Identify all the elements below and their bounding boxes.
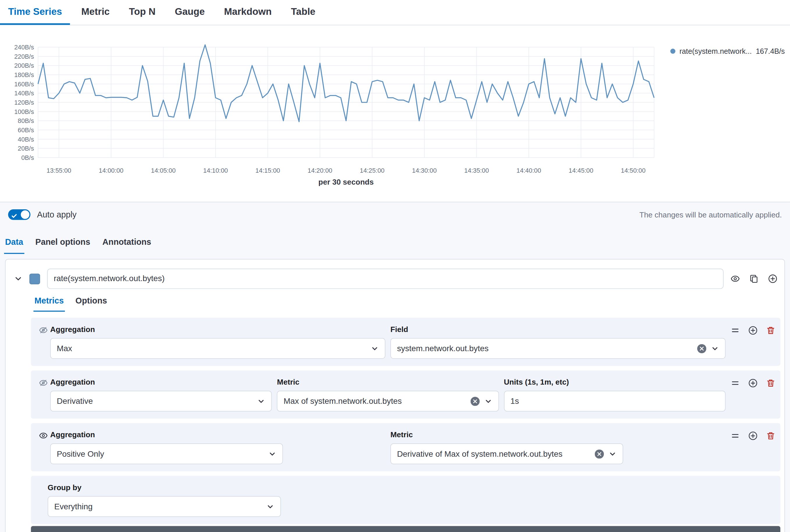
metric-label: Metric xyxy=(277,378,499,386)
trash-icon[interactable] xyxy=(766,431,775,440)
aggregation-label: Aggregation xyxy=(50,325,385,334)
chart-interval-note: per 30 seconds xyxy=(318,178,374,186)
trash-icon[interactable] xyxy=(766,379,775,387)
chevron-down-icon xyxy=(484,397,492,405)
svg-text:14:20:00: 14:20:00 xyxy=(308,167,332,174)
svg-text:14:35:00: 14:35:00 xyxy=(464,167,489,174)
series-color-dot-icon xyxy=(670,49,675,54)
metric-combobox[interactable]: Derivative of Max of system.network.out.… xyxy=(390,443,623,464)
aggregation-select[interactable]: Max xyxy=(50,338,385,359)
aggregation-row: AggregationPositive OnlyMetricDerivative… xyxy=(31,423,780,472)
drag-handle-icon[interactable] xyxy=(731,379,740,387)
tab-options[interactable]: Options xyxy=(74,296,108,312)
eye-icon xyxy=(39,430,50,464)
tab-time-series[interactable]: Time Series xyxy=(0,0,70,25)
group-by-value: Everything xyxy=(54,502,267,511)
eye-icon[interactable] xyxy=(731,274,740,283)
metric-combobox[interactable]: Max of system.network.out.bytes xyxy=(277,391,499,411)
aggregation-select[interactable]: Positive Only xyxy=(50,443,283,464)
svg-text:14:45:00: 14:45:00 xyxy=(569,167,593,174)
tab-gauge[interactable]: Gauge xyxy=(167,0,213,25)
tab-table[interactable]: Table xyxy=(283,0,324,25)
aggregation-row-actions xyxy=(731,379,775,387)
aggregation-row-actions xyxy=(731,431,775,440)
svg-text:14:30:00: 14:30:00 xyxy=(412,167,437,174)
svg-text:14:50:00: 14:50:00 xyxy=(621,167,646,174)
svg-text:220B/s: 220B/s xyxy=(14,53,34,60)
svg-text:20B/s: 20B/s xyxy=(18,145,34,152)
svg-text:14:05:00: 14:05:00 xyxy=(151,167,176,174)
svg-text:14:00:00: 14:00:00 xyxy=(99,167,124,174)
svg-text:180B/s: 180B/s xyxy=(14,71,34,78)
copy-icon[interactable] xyxy=(749,274,758,283)
control-value: 1s xyxy=(511,397,719,405)
chevron-down-icon[interactable] xyxy=(14,275,22,283)
field-combobox[interactable]: system.network.out.bytes xyxy=(390,338,725,359)
aggregation-rows: AggregationMaxFieldsystem.network.out.by… xyxy=(31,318,780,471)
drag-handle-icon[interactable] xyxy=(731,326,740,335)
cross-in-circle-icon[interactable] xyxy=(470,397,479,405)
svg-text:0B/s: 0B/s xyxy=(21,154,34,162)
aggregation-row-actions xyxy=(731,326,775,335)
control-value: Derivative of Max of system.network.out.… xyxy=(397,449,595,458)
chart-legend-item[interactable]: rate(system.network... 167.4B/s xyxy=(670,47,785,55)
tab-panel-options[interactable]: Panel options xyxy=(34,237,91,254)
tab-top-n[interactable]: Top N xyxy=(121,0,164,25)
auto-apply-toggle[interactable] xyxy=(8,209,31,220)
check-icon xyxy=(11,211,17,221)
plus-circle-icon[interactable] xyxy=(768,274,777,283)
aggregation-label: Aggregation xyxy=(50,430,385,439)
svg-text:140B/s: 140B/s xyxy=(14,90,34,97)
svg-text:40B/s: 40B/s xyxy=(18,136,34,143)
cross-in-circle-icon[interactable] xyxy=(595,449,604,458)
cross-in-circle-icon[interactable] xyxy=(697,344,706,353)
aggregation-label: Aggregation xyxy=(50,378,272,386)
svg-text:200B/s: 200B/s xyxy=(14,62,34,69)
chart-svg: 0B/s20B/s40B/s60B/s80B/s100B/s120B/s140B… xyxy=(0,25,664,192)
eye-slash-icon xyxy=(39,325,50,359)
collapsed-panel-bar xyxy=(31,526,780,532)
legend-series-label: rate(system.network... xyxy=(679,47,752,55)
series-color-swatch[interactable] xyxy=(30,273,40,284)
timeseries-chart-panel: 0B/s20B/s40B/s60B/s80B/s100B/s120B/s140B… xyxy=(0,25,790,202)
units-1s-1m-etc-input[interactable]: 1s xyxy=(504,391,725,411)
tab-metric[interactable]: Metric xyxy=(73,0,118,25)
auto-apply-help-text: The changes will be automatically applie… xyxy=(639,210,782,219)
svg-text:14:15:00: 14:15:00 xyxy=(255,167,280,174)
drag-handle-icon[interactable] xyxy=(731,431,740,440)
chevron-down-icon xyxy=(371,344,379,353)
svg-text:80B/s: 80B/s xyxy=(18,117,34,125)
auto-apply-label: Auto apply xyxy=(37,210,76,219)
series-tabs: MetricsOptions xyxy=(5,296,785,312)
series-label-input[interactable] xyxy=(47,269,723,289)
editor-tabs: DataPanel optionsAnnotations xyxy=(0,226,790,254)
control-value: Positive Only xyxy=(57,449,269,458)
tab-metrics[interactable]: Metrics xyxy=(34,296,65,312)
plus-circle-icon[interactable] xyxy=(748,431,757,440)
trash-icon[interactable] xyxy=(766,326,775,335)
plus-circle-icon[interactable] xyxy=(748,326,757,335)
control-value: Max of system.network.out.bytes xyxy=(283,397,470,405)
chevron-down-icon xyxy=(711,344,719,353)
aggregation-select[interactable]: Derivative xyxy=(50,391,272,411)
auto-apply-row: Auto apply The changes will be automatic… xyxy=(0,202,790,227)
svg-text:60B/s: 60B/s xyxy=(18,127,34,134)
series-header xyxy=(5,260,785,289)
units-1s-1m-etc-label: Units (1s, 1m, etc) xyxy=(504,378,725,386)
chevron-down-icon xyxy=(609,450,617,458)
tab-data[interactable]: Data xyxy=(4,237,24,254)
eye-slash-icon xyxy=(39,378,50,412)
chevron-down-icon xyxy=(269,450,277,458)
svg-text:14:25:00: 14:25:00 xyxy=(360,167,385,174)
tab-annotations[interactable]: Annotations xyxy=(102,237,152,254)
group-by-select[interactable]: Everything xyxy=(48,496,281,517)
toggle-knob xyxy=(21,210,30,219)
view-mode-tabs: Time SeriesMetricTop NGaugeMarkdownTable xyxy=(0,0,790,25)
tab-markdown[interactable]: Markdown xyxy=(216,0,280,25)
chevron-down-icon xyxy=(257,397,265,405)
field-label: Field xyxy=(390,325,725,334)
plus-circle-icon[interactable] xyxy=(748,379,757,387)
series-panel: MetricsOptions AggregationMaxFieldsystem… xyxy=(5,259,785,532)
svg-text:13:55:00: 13:55:00 xyxy=(47,167,71,174)
series-header-actions xyxy=(731,274,777,283)
